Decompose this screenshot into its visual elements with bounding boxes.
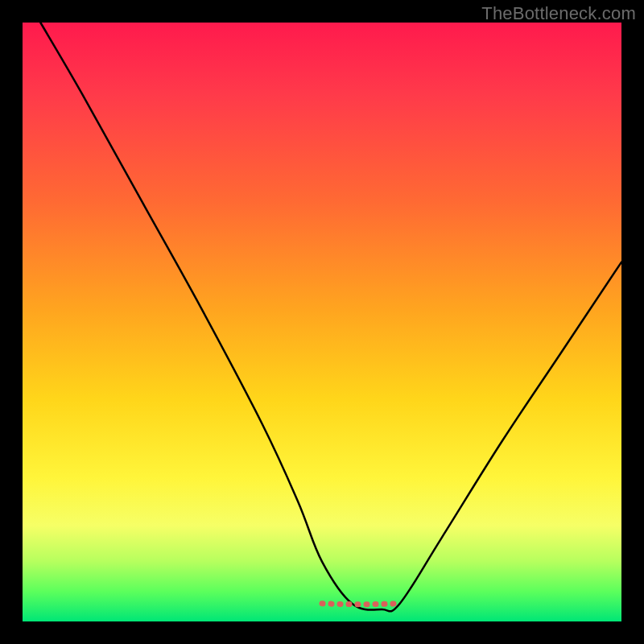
watermark-text: TheBottleneck.com — [481, 3, 636, 24]
curve-layer — [23, 23, 621, 621]
trough-highlight — [322, 604, 400, 605]
plot-area — [23, 23, 621, 621]
chart-frame: TheBottleneck.com — [0, 0, 644, 644]
bottleneck-curve — [40, 23, 621, 611]
